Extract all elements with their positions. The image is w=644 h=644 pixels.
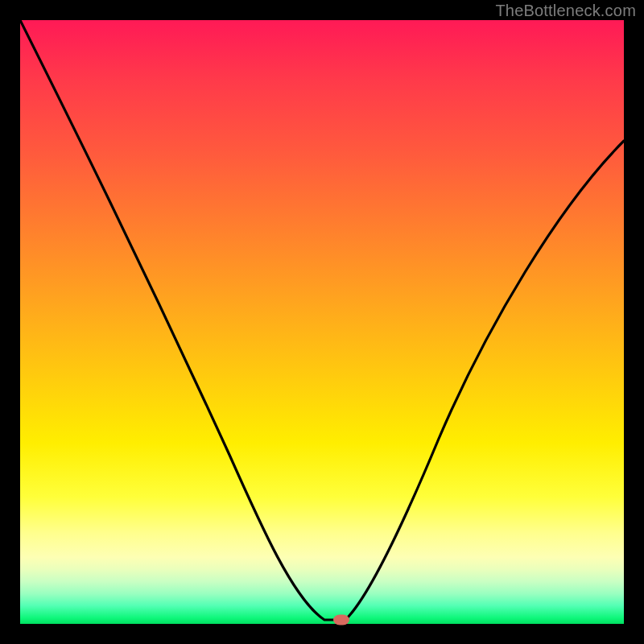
plot-area <box>20 20 624 624</box>
minimum-marker <box>333 615 349 625</box>
bottleneck-curve <box>20 20 624 624</box>
watermark-text: TheBottleneck.com <box>495 2 636 20</box>
chart-frame: TheBottleneck.com <box>0 0 644 644</box>
